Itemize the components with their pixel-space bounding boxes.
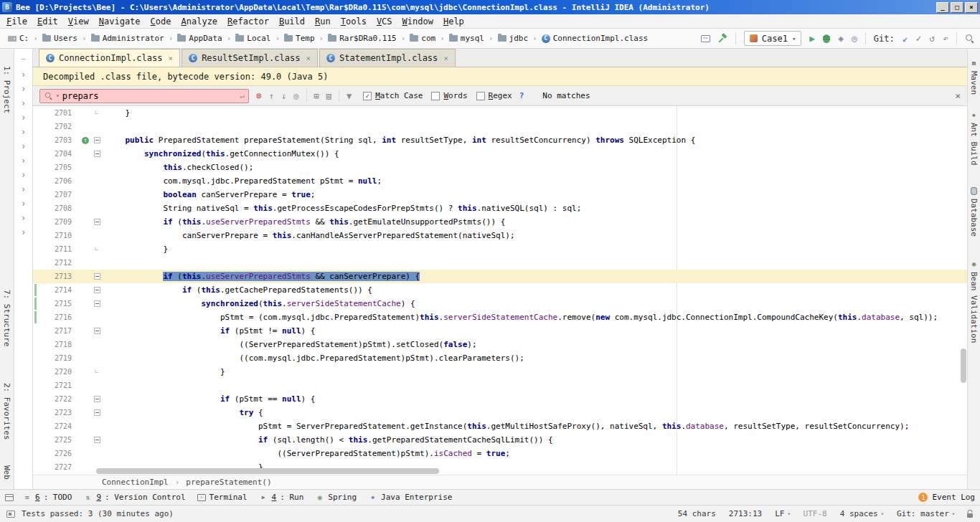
history-icon[interactable]: ↺ xyxy=(929,34,935,43)
status-git-master[interactable]: Git: master▾ xyxy=(897,509,955,518)
checkbox-words[interactable] xyxy=(431,92,440,100)
code-line-2719[interactable]: 2719 ((com.mysql.jdbc.PreparedStatement)… xyxy=(33,351,967,365)
event-log-button[interactable]: 1 Event Log xyxy=(918,493,975,502)
previous-occurrence-icon[interactable]: ↑ xyxy=(269,91,274,101)
menu-view[interactable]: View xyxy=(63,16,94,27)
code-line-2714[interactable]: 2714 if (this.getCachePreparedStatements… xyxy=(33,283,967,297)
tab-resultsetimpl-class[interactable]: ResultSetImpl.class× xyxy=(182,49,318,67)
tree-expand-chevron-icon[interactable]: › xyxy=(14,211,32,225)
code-line-2722[interactable]: 2722 if (pStmt == null) { xyxy=(33,392,967,406)
checkbox-regex[interactable] xyxy=(476,92,485,100)
breadcrumb-item-temp[interactable]: Temp xyxy=(282,32,317,44)
breadcrumb-item-connectionimpl[interactable]: ConnectionImpl xyxy=(102,478,169,487)
search-history-chevron-icon[interactable]: ▾ xyxy=(56,92,60,99)
toolwindow-version-control[interactable]: 9: Version Control xyxy=(83,493,185,502)
filter-icon[interactable]: ▼ xyxy=(347,91,352,101)
menu-build[interactable]: Build xyxy=(274,16,310,27)
horizontal-scrollbar[interactable] xyxy=(96,468,439,474)
tree-expand-chevron-icon[interactable]: › xyxy=(14,82,32,96)
build-project-icon[interactable] xyxy=(718,34,727,43)
tree-expand-chevron-icon[interactable]: › xyxy=(14,110,32,125)
status-54-chars[interactable]: 54 chars xyxy=(678,509,716,518)
fold-icon[interactable] xyxy=(94,328,100,334)
fold-icon[interactable] xyxy=(94,409,100,416)
update-project-icon[interactable]: ↙ xyxy=(903,34,908,43)
tab-connectionimpl-class[interactable]: ConnectionImpl.class× xyxy=(39,49,180,67)
code-line-2710[interactable]: 2710 canServerPrepare = this.canHandleAs… xyxy=(33,229,967,242)
tree-expand-chevron-icon[interactable]: › xyxy=(14,225,32,239)
code-line-2708[interactable]: 2708 String nativeSql = this.getProcessE… xyxy=(33,201,967,215)
close-find-icon[interactable]: × xyxy=(955,90,961,101)
fold-icon[interactable] xyxy=(94,300,100,307)
tree-expand-chevron-icon[interactable]: › xyxy=(14,196,32,211)
toolwindow-todo[interactable]: 6: TODO xyxy=(22,493,72,502)
breadcrumb-item-appdata[interactable]: AppData xyxy=(175,32,224,44)
tree-expand-chevron-icon[interactable]: › xyxy=(14,139,32,153)
code-line-2725[interactable]: 2725 if (sql.length() < this.getPrepared… xyxy=(33,433,967,447)
code-line-2706[interactable]: 2706 com.mysql.jdbc.PreparedStatement pS… xyxy=(33,174,967,188)
toolwindow-button-2-favorites[interactable]: 2: Favorites xyxy=(2,383,11,440)
tree-expand-chevron-icon[interactable]: › xyxy=(14,67,32,82)
code-line-2716[interactable]: 2716 pStmt = (com.mysql.jdbc.PreparedSta… xyxy=(33,310,967,324)
breadcrumb-item-connectionimpl-class[interactable]: ConnectionImpl.class xyxy=(540,32,650,44)
toolwindow-button-maven[interactable]: Maven xyxy=(969,59,979,95)
toolwindow-toggle-icon[interactable] xyxy=(6,511,15,518)
help-link[interactable]: ? xyxy=(519,91,524,100)
code-line-2721[interactable]: 2721 xyxy=(33,379,967,392)
status-lf[interactable]: LF▾ xyxy=(775,509,790,518)
menu-window[interactable]: Window xyxy=(397,16,438,27)
fold-icon[interactable] xyxy=(94,396,100,402)
search-everywhere-icon[interactable] xyxy=(965,34,974,43)
code-line-2720[interactable]: 2720 } xyxy=(33,365,967,379)
project-tree-collapsed[interactable]: ›››››››››››› xyxy=(14,49,33,489)
code-editor[interactable]: 2701 }27022703 public PreparedStatement … xyxy=(33,106,967,475)
checkbox-match-case[interactable] xyxy=(363,92,372,100)
close-icon[interactable]: × xyxy=(169,54,174,63)
status-4-spaces[interactable]: 4 spaces▾ xyxy=(840,509,884,518)
status-message[interactable]: Tests passed: 3 (30 minutes ago) xyxy=(22,509,174,518)
toolwindow-button-ant-build[interactable]: Ant Build xyxy=(969,110,979,166)
code-line-2703[interactable]: 2703 public PreparedStatement prepareSta… xyxy=(33,133,967,147)
profiler-button[interactable]: ◎ xyxy=(852,34,857,43)
toolwindow-switcher-icon[interactable] xyxy=(5,494,14,501)
close-button[interactable]: × xyxy=(965,2,978,13)
code-line-2707[interactable]: 2707 boolean canServerPrepare = true; xyxy=(33,188,967,201)
breadcrumb-item-rar-dra0-115[interactable]: Rar$DRa0.115 xyxy=(326,32,398,44)
toolwindow-button-bean-validation[interactable]: Bean Validation xyxy=(969,260,979,343)
code-line-2705[interactable]: 2705 this.checkClosed(); xyxy=(33,161,967,174)
code-line-2709[interactable]: 2709 if (this.useServerPreparedStmts && … xyxy=(33,215,967,229)
toolwindow-java-enterprise[interactable]: Java Enterprise xyxy=(368,493,452,502)
run-configuration-select[interactable]: Case1 ▾ xyxy=(744,31,802,46)
rollback-icon[interactable]: ↶ xyxy=(943,34,948,43)
find-option-regex[interactable]: Regex xyxy=(476,91,512,100)
find-option-words[interactable]: Words xyxy=(431,91,467,100)
breadcrumb-item-com[interactable]: com xyxy=(407,32,438,44)
menu-edit[interactable]: Edit xyxy=(32,16,63,27)
run-button[interactable]: ▶ xyxy=(809,34,815,43)
toolwindow-spring[interactable]: Spring xyxy=(315,493,357,502)
code-line-2717[interactable]: 2717 if (pStmt != null) { xyxy=(33,324,967,338)
fold-icon[interactable] xyxy=(94,437,100,443)
code-line-2718[interactable]: 2718 ((ServerPreparedStatement)pStmt).se… xyxy=(33,338,967,351)
menu-navigate[interactable]: Navigate xyxy=(94,16,146,27)
menu-file[interactable]: File xyxy=(1,16,32,27)
tree-expand-chevron-icon[interactable]: › xyxy=(14,96,32,110)
tab-statementimpl-class[interactable]: StatementImpl.class× xyxy=(319,49,456,67)
menu-code[interactable]: Code xyxy=(146,16,176,27)
implements-marker-icon[interactable] xyxy=(82,137,89,144)
status-2713-13[interactable]: 2713:13 xyxy=(729,509,762,518)
code-line-2724[interactable]: 2724 pStmt = ServerPreparedStatement.get… xyxy=(33,419,967,433)
breadcrumb-item-c[interactable]: C: xyxy=(6,32,31,44)
breadcrumb-item-administrator[interactable]: Administrator xyxy=(89,32,166,44)
breadcrumb-item-mysql[interactable]: mysql xyxy=(447,32,486,44)
preview-icon[interactable] xyxy=(701,35,710,42)
code-line-2723[interactable]: 2723 try { xyxy=(33,406,967,419)
minimize-button[interactable]: _ xyxy=(936,2,949,13)
code-line-2702[interactable]: 2702 xyxy=(33,120,967,133)
code-line-2713[interactable]: 2713 if (this.useServerPreparedStmts && … xyxy=(33,270,967,283)
tree-expand-chevron-icon[interactable]: › xyxy=(14,168,32,182)
toolwindow-button-database[interactable]: Database xyxy=(969,187,979,237)
code-line-2715[interactable]: 2715 synchronized(this.serverSideStateme… xyxy=(33,297,967,310)
fold-icon[interactable] xyxy=(94,273,100,280)
menu-help[interactable]: Help xyxy=(438,16,469,27)
